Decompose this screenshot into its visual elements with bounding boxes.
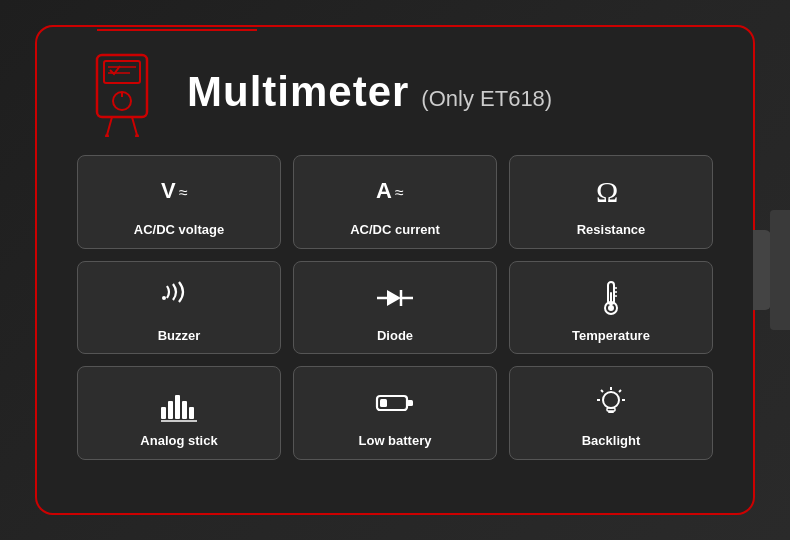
svg-rect-30: [175, 395, 180, 419]
svg-text:A: A: [376, 178, 392, 203]
svg-rect-38: [607, 408, 615, 411]
header: Multimeter (Only ET618): [67, 47, 723, 137]
diode-label: Diode: [377, 328, 413, 344]
multimeter-icon: [77, 47, 167, 137]
buzzer-icon: [159, 276, 199, 320]
svg-point-16: [162, 296, 166, 300]
resistance-label: Resistance: [577, 222, 646, 238]
temperature-label: Temperature: [572, 328, 650, 344]
svg-line-41: [619, 390, 621, 392]
grid-item-current[interactable]: A ≈ AC/DC current: [293, 155, 497, 249]
temperature-icon: [591, 276, 631, 320]
svg-rect-36: [380, 399, 387, 407]
right-tab: [753, 230, 771, 310]
svg-rect-39: [608, 411, 614, 413]
grid-item-analog[interactable]: Analog stick: [77, 366, 281, 460]
svg-text:≈: ≈: [179, 184, 188, 201]
current-icon: A ≈: [375, 170, 415, 214]
svg-point-9: [105, 134, 109, 137]
svg-text:V: V: [161, 178, 176, 203]
svg-point-37: [603, 392, 619, 408]
grid-item-diode[interactable]: Diode: [293, 261, 497, 355]
svg-line-8: [132, 117, 137, 135]
grid-item-backlight[interactable]: Backlight: [509, 366, 713, 460]
page-subtitle: (Only ET618): [421, 86, 552, 112]
page-container: Multimeter (Only ET618) V ≈ AC/DC voltag…: [0, 0, 790, 540]
grid-item-temperature[interactable]: Temperature: [509, 261, 713, 355]
svg-rect-2: [104, 61, 140, 83]
svg-point-24: [608, 305, 614, 311]
voltage-label: AC/DC voltage: [134, 222, 224, 238]
svg-marker-18: [387, 290, 401, 306]
diode-icon: [375, 276, 415, 320]
svg-line-43: [601, 390, 603, 392]
grid-item-battery[interactable]: Low battery: [293, 366, 497, 460]
battery-label: Low battery: [359, 433, 432, 449]
resistance-icon: Ω: [591, 170, 631, 214]
grid-item-resistance[interactable]: Ω Resistance: [509, 155, 713, 249]
title-area: Multimeter (Only ET618): [187, 68, 552, 116]
svg-text:≈: ≈: [395, 184, 404, 201]
svg-rect-35: [407, 400, 413, 406]
grid-item-voltage[interactable]: V ≈ AC/DC voltage: [77, 155, 281, 249]
svg-line-7: [107, 117, 112, 135]
backlight-icon: [591, 381, 631, 425]
grid-item-buzzer[interactable]: Buzzer: [77, 261, 281, 355]
svg-rect-29: [168, 401, 173, 419]
svg-text:Ω: Ω: [596, 175, 618, 208]
backlight-label: Backlight: [582, 433, 641, 449]
buzzer-label: Buzzer: [158, 328, 201, 344]
voltage-icon: V ≈: [159, 170, 199, 214]
current-label: AC/DC current: [350, 222, 440, 238]
analog-icon: [159, 381, 199, 425]
svg-point-10: [135, 134, 139, 137]
analog-label: Analog stick: [140, 433, 217, 449]
page-title: Multimeter: [187, 68, 409, 116]
svg-rect-31: [182, 401, 187, 419]
main-card: Multimeter (Only ET618) V ≈ AC/DC voltag…: [35, 25, 755, 515]
feature-grid: V ≈ AC/DC voltage A ≈ AC/DC current: [67, 155, 723, 460]
svg-rect-32: [189, 407, 194, 419]
svg-rect-28: [161, 407, 166, 419]
battery-icon: [375, 381, 415, 425]
